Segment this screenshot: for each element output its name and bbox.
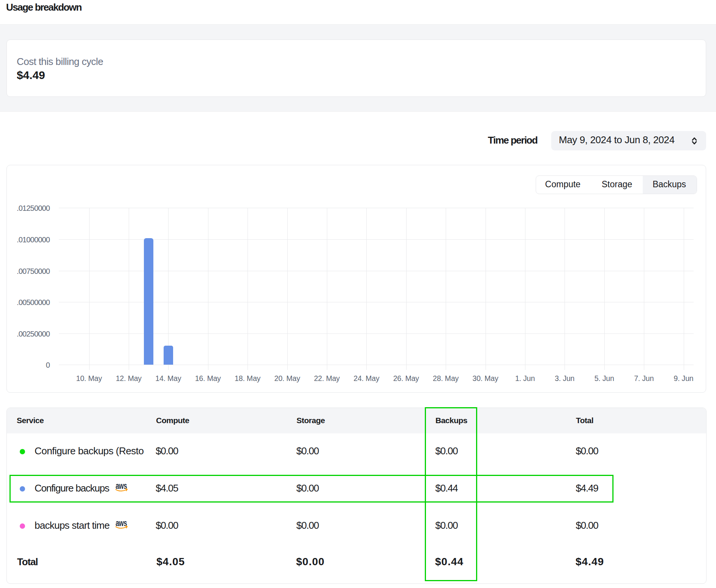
svg-text:aws: aws bbox=[115, 520, 127, 528]
